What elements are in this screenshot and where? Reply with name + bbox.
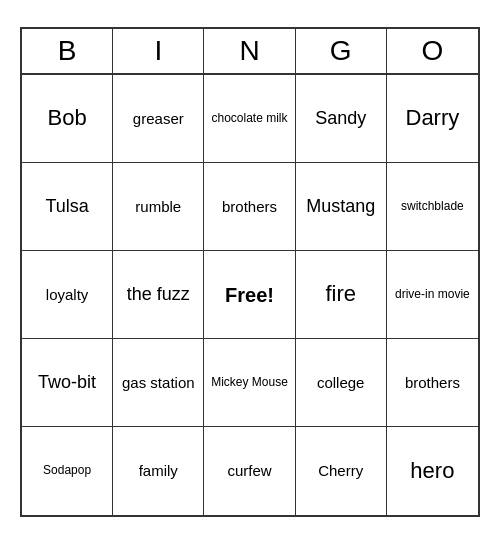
bingo-cell: Two-bit	[22, 339, 113, 427]
bingo-cell: Tulsa	[22, 163, 113, 251]
bingo-cell: Bob	[22, 75, 113, 163]
bingo-cell: brothers	[387, 339, 478, 427]
bingo-cell: the fuzz	[113, 251, 204, 339]
bingo-cell: Mustang	[296, 163, 387, 251]
bingo-cell: brothers	[204, 163, 295, 251]
bingo-cell: Cherry	[296, 427, 387, 515]
bingo-cell: fire	[296, 251, 387, 339]
header-letter: N	[204, 29, 295, 73]
bingo-cell: loyalty	[22, 251, 113, 339]
bingo-cell: Sodapop	[22, 427, 113, 515]
header-letter: I	[113, 29, 204, 73]
bingo-cell: greaser	[113, 75, 204, 163]
bingo-cell: Darry	[387, 75, 478, 163]
bingo-cell: gas station	[113, 339, 204, 427]
bingo-cell: Sandy	[296, 75, 387, 163]
bingo-grid: Bobgreaserchocolate milkSandyDarryTulsar…	[22, 75, 478, 515]
bingo-cell: hero	[387, 427, 478, 515]
bingo-cell: switchblade	[387, 163, 478, 251]
header-letter: G	[296, 29, 387, 73]
bingo-cell: college	[296, 339, 387, 427]
header-letter: O	[387, 29, 478, 73]
bingo-cell: family	[113, 427, 204, 515]
bingo-cell: Mickey Mouse	[204, 339, 295, 427]
bingo-cell: drive-in movie	[387, 251, 478, 339]
bingo-cell: chocolate milk	[204, 75, 295, 163]
bingo-card: BINGO Bobgreaserchocolate milkSandyDarry…	[20, 27, 480, 517]
bingo-cell: rumble	[113, 163, 204, 251]
bingo-header: BINGO	[22, 29, 478, 75]
header-letter: B	[22, 29, 113, 73]
bingo-cell: Free!	[204, 251, 295, 339]
bingo-cell: curfew	[204, 427, 295, 515]
